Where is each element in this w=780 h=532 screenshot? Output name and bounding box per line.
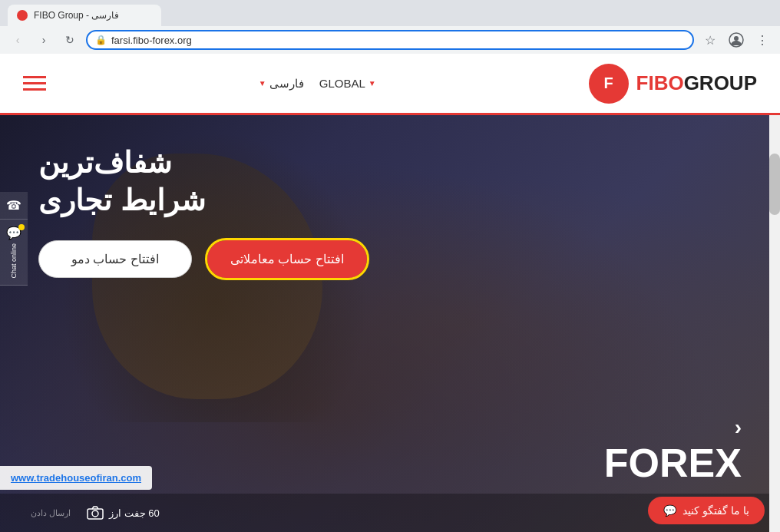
watermark-link[interactable]: www.tradehouseofiran.com [0,466,152,490]
hero-buttons: افتتاح حساب معاملاتی افتتاح حساب دمو [38,240,367,278]
watermark-url: www.tradehouseofiran.com [11,472,141,484]
forward-button[interactable]: › [34,30,54,50]
logo-text: FIBOGROUP [636,71,757,95]
reload-button[interactable]: ↻ [60,30,80,50]
hamburger-menu[interactable] [23,76,46,91]
back-button[interactable]: ‹ [8,30,28,50]
logo-brand-prefix: FIBO [636,71,684,94]
hamburger-line-2 [23,82,46,84]
profile-icon[interactable] [726,30,746,50]
logo-circle-icon: F [589,64,629,104]
bottom-chat-button[interactable]: با ما گفتگو کنید 💬 [648,497,765,524]
hero-section: ☎ 💬 Chat online شفاف‌ترین شرایط تجاری اف… [0,115,780,532]
bottom-chat-icon: 💬 [663,504,676,517]
scrollbar-thumb[interactable] [769,154,780,215]
chat-online-item[interactable]: 💬 Chat online [0,220,28,286]
forex-label: FOREX [604,440,742,486]
svg-point-3 [92,511,98,517]
global-dropdown[interactable]: GLOBAL ▼ [319,77,376,90]
hamburger-line-3 [23,88,46,91]
lock-icon: 🔒 [95,35,107,45]
website-container: ▼ فارسی GLOBAL ▼ F FIBOGROUP ☎ [0,54,780,532]
currency-pairs-stat: 60 جفت ارز [86,506,160,520]
browser-tabs: FIBO Group - فارسی [0,0,780,26]
scrollbar-track [769,115,780,532]
logo-letter: F [603,74,613,92]
language-label: فارسی [269,77,304,91]
phone-icon: ☎ [6,198,21,213]
bottom-faded-label: ارسال دادن [31,508,71,518]
svg-point-1 [734,36,739,41]
url-text: farsi.fibo-forex.org [111,35,685,46]
browser-chrome: FIBO Group - فارسی ‹ › ↻ 🔒 farsi.fibo-fo… [0,0,780,54]
header-navigation: ▼ فارسی GLOBAL ▼ [259,77,376,91]
browser-toolbar: ‹ › ↻ 🔒 farsi.fibo-forex.org ☆ ⋮ [0,26,780,54]
currency-pairs-label: 60 جفت ارز [109,507,160,519]
phone-chat-item[interactable]: ☎ [0,192,28,220]
bookmark-star-icon[interactable]: ☆ [700,30,720,50]
global-arrow-icon: ▼ [369,79,376,88]
active-tab[interactable]: FIBO Group - فارسی [8,5,161,26]
hero-next-arrow[interactable]: › [735,415,742,440]
tab-favicon [17,10,28,21]
hero-content: شفاف‌ترین شرایط تجاری افتتاح حساب معاملا… [0,115,780,293]
hero-title-line2: شرایط تجاری [38,183,206,217]
tab-title: FIBO Group - فارسی [34,10,119,21]
address-bar[interactable]: 🔒 farsi.fibo-forex.org [86,30,694,50]
open-trading-account-button[interactable]: افتتاح حساب معاملاتی [207,240,367,278]
hamburger-line-1 [23,76,46,78]
camera-icon [86,506,104,520]
site-header: ▼ فارسی GLOBAL ▼ F FIBOGROUP [0,54,780,115]
bottom-chat-label: با ما گفتگو کنید [682,504,749,517]
open-demo-account-button[interactable]: افتتاح حساب دمو [38,240,192,278]
chat-online-label: Chat online [10,243,18,279]
browser-menu-icon[interactable]: ⋮ [752,30,772,50]
language-dropdown[interactable]: ▼ فارسی [259,77,304,91]
bottom-faded-text: ارسال دادن [31,508,71,518]
chat-online-dot [18,224,25,230]
hero-title-line1: شفاف‌ترین [38,146,172,180]
lang-arrow-icon: ▼ [259,79,266,88]
logo-brand: GROUP [684,71,757,94]
site-logo[interactable]: F FIBOGROUP [589,64,757,104]
chat-sidebar: ☎ 💬 Chat online [0,192,28,286]
global-label: GLOBAL [319,77,365,90]
